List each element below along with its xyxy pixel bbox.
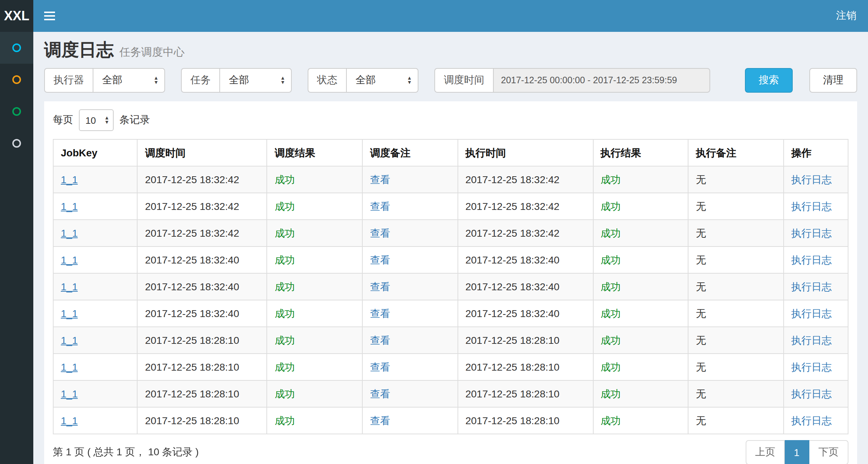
cell-trigger-time: 2017-12-25 18:32:40: [138, 273, 267, 300]
select-arrows-icon: ▲▼: [407, 76, 412, 85]
view-trigger-msg-link[interactable]: 查看: [370, 254, 390, 266]
sidebar-item-1[interactable]: [0, 32, 33, 64]
jobkey-link[interactable]: 1_1: [61, 174, 78, 185]
table-row: 1_1 2017-12-25 18:32:42 成功 查看 2017-12-25…: [53, 193, 848, 220]
pagination-prev-button[interactable]: 上页: [746, 440, 785, 464]
handle-result-text: 成功: [601, 334, 621, 346]
cell-trigger-msg: 查看: [362, 300, 458, 327]
cell-trigger-result: 成功: [267, 166, 363, 193]
view-trigger-msg-link[interactable]: 查看: [370, 388, 390, 400]
trigger-result-text: 成功: [275, 361, 295, 373]
table-row: 1_1 2017-12-25 18:28:10 成功 查看 2017-12-25…: [53, 327, 848, 354]
view-trigger-msg-link[interactable]: 查看: [370, 361, 390, 373]
handle-result-text: 成功: [601, 227, 621, 239]
cell-jobkey: 1_1: [53, 380, 138, 407]
page-size-suffix-label: 条记录: [119, 114, 150, 127]
view-trigger-msg-link[interactable]: 查看: [370, 308, 390, 319]
cell-action: 执行日志: [784, 193, 848, 220]
page-size-select[interactable]: 10 ▲▼: [79, 109, 114, 131]
sidebar-item-3[interactable]: [0, 96, 33, 127]
jobkey-link[interactable]: 1_1: [61, 308, 78, 319]
exec-log-link[interactable]: 执行日志: [791, 174, 832, 185]
top-navbar: XXL 注销: [0, 0, 868, 32]
column-header-trigger-msg: 调度备注: [362, 139, 458, 166]
exec-log-link[interactable]: 执行日志: [791, 281, 832, 292]
cell-handle-result: 成功: [593, 354, 688, 380]
handle-result-text: 成功: [601, 415, 621, 426]
logout-link[interactable]: 注销: [825, 0, 868, 32]
view-trigger-msg-link[interactable]: 查看: [370, 201, 390, 212]
handle-result-text: 成功: [601, 174, 621, 185]
sidebar-toggle-button[interactable]: [33, 0, 65, 32]
jobkey-link[interactable]: 1_1: [61, 361, 78, 373]
view-trigger-msg-link[interactable]: 查看: [370, 415, 390, 426]
exec-log-link[interactable]: 执行日志: [791, 388, 832, 400]
app-logo[interactable]: XXL: [0, 0, 33, 32]
exec-log-link[interactable]: 执行日志: [791, 308, 832, 319]
page-size-prefix-label: 每页: [53, 114, 73, 127]
jobkey-link[interactable]: 1_1: [61, 254, 78, 266]
header-row: JobKey 调度时间 调度结果 调度备注 执行时间 执行结果 执行备注 操作: [53, 139, 848, 166]
circle-outline-icon: [12, 75, 21, 84]
status-select[interactable]: 全部 ▲▼: [346, 68, 418, 93]
view-trigger-msg-link[interactable]: 查看: [370, 227, 390, 239]
cell-handle-msg: 无: [688, 354, 784, 380]
cell-action: 执行日志: [784, 407, 848, 434]
view-trigger-msg-link[interactable]: 查看: [370, 281, 390, 292]
clear-button[interactable]: 清理: [809, 68, 857, 93]
cell-trigger-time: 2017-12-25 18:32:40: [138, 300, 267, 327]
jobkey-link[interactable]: 1_1: [61, 227, 78, 239]
jobkey-link[interactable]: 1_1: [61, 415, 78, 426]
cell-handle-time: 2017-12-25 18:32:40: [458, 246, 593, 273]
view-trigger-msg-link[interactable]: 查看: [370, 174, 390, 185]
jobkey-link[interactable]: 1_1: [61, 334, 78, 346]
trigger-result-text: 成功: [275, 174, 295, 185]
column-header-handle-result: 执行结果: [593, 139, 688, 166]
cell-handle-result: 成功: [593, 193, 688, 220]
sidebar-item-2[interactable]: [0, 64, 33, 96]
job-select[interactable]: 全部 ▲▼: [219, 68, 292, 93]
pagination-page-1-button[interactable]: 1: [785, 440, 809, 464]
trigger-result-text: 成功: [275, 308, 295, 319]
trigger-time-range-input[interactable]: [493, 68, 710, 93]
cell-jobkey: 1_1: [53, 327, 138, 354]
cell-trigger-msg: 查看: [362, 354, 458, 380]
cell-handle-msg: 无: [688, 246, 784, 273]
hamburger-icon: [44, 12, 55, 20]
cell-jobkey: 1_1: [53, 220, 138, 246]
cell-handle-result: 成功: [593, 273, 688, 300]
handle-result-text: 成功: [601, 281, 621, 292]
cell-action: 执行日志: [784, 354, 848, 380]
pagination-summary: 第 1 页 ( 总共 1 页， 10 条记录 ): [53, 446, 199, 459]
search-button[interactable]: 搜索: [745, 68, 793, 93]
jobkey-link[interactable]: 1_1: [61, 388, 78, 400]
table-row: 1_1 2017-12-25 18:32:40 成功 查看 2017-12-25…: [53, 300, 848, 327]
pagination: 上页 1 下页: [746, 440, 848, 464]
cell-trigger-msg: 查看: [362, 273, 458, 300]
cell-jobkey: 1_1: [53, 354, 138, 380]
cell-handle-time: 2017-12-25 18:32:40: [458, 273, 593, 300]
sidebar-menu: [0, 32, 33, 159]
circle-outline-icon: [12, 43, 21, 52]
exec-log-link[interactable]: 执行日志: [791, 415, 832, 426]
cell-action: 执行日志: [784, 246, 848, 273]
sidebar-item-4[interactable]: [0, 127, 33, 159]
exec-log-link[interactable]: 执行日志: [791, 201, 832, 212]
exec-log-link[interactable]: 执行日志: [791, 334, 832, 346]
exec-log-link[interactable]: 执行日志: [791, 361, 832, 373]
jobkey-link[interactable]: 1_1: [61, 281, 78, 292]
handle-result-text: 成功: [601, 308, 621, 319]
cell-handle-time: 2017-12-25 18:32:42: [458, 193, 593, 220]
cell-handle-result: 成功: [593, 246, 688, 273]
view-trigger-msg-link[interactable]: 查看: [370, 334, 390, 346]
pagination-next-button[interactable]: 下页: [809, 440, 848, 464]
exec-log-link[interactable]: 执行日志: [791, 254, 832, 266]
cell-handle-time: 2017-12-25 18:28:10: [458, 354, 593, 380]
main-wrapper: 调度日志任务调度中心 执行器 全部 ▲▼ 任务 全部 ▲▼: [0, 32, 868, 464]
cell-action: 执行日志: [784, 166, 848, 193]
cell-handle-msg: 无: [688, 273, 784, 300]
exec-log-link[interactable]: 执行日志: [791, 227, 832, 239]
trigger-result-text: 成功: [275, 334, 295, 346]
jobkey-link[interactable]: 1_1: [61, 201, 78, 212]
executor-select[interactable]: 全部 ▲▼: [93, 68, 165, 93]
